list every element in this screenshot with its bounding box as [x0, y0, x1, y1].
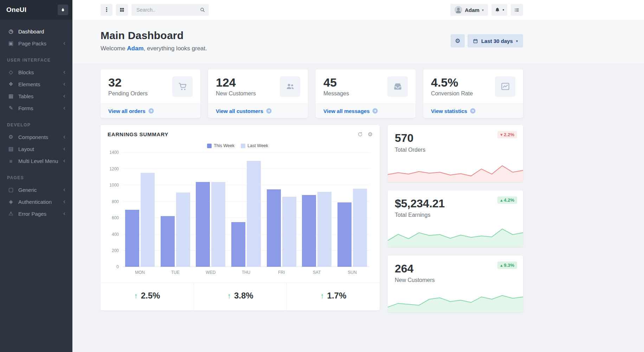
- bar-this-week-mon: [125, 210, 139, 267]
- legend-label: This Week: [214, 143, 234, 148]
- chart-settings-button[interactable]: ⚙: [368, 131, 373, 138]
- stat-link-label: View all orders: [108, 108, 146, 114]
- legend-swatch: [241, 144, 245, 148]
- side-cards-column: ▾ 2.2%570Total Orders▴ 4.2%$5,234.21Tota…: [388, 125, 523, 312]
- growth-value: 2.5%: [141, 291, 160, 301]
- sidebar-item-generic[interactable]: ▢Generic‹: [0, 184, 72, 196]
- sidebar-item-forms[interactable]: ✎Forms‹: [0, 102, 72, 114]
- bar-group-tue: [161, 152, 190, 267]
- bar-group-sat: [302, 152, 331, 267]
- stat-card-new-customers: 124New CustomersView all customers: [208, 69, 308, 118]
- stat-cards-row: 32Pending OrdersView all orders124New Cu…: [101, 69, 523, 118]
- bar-group-wed: [196, 152, 225, 267]
- y-axis-label: 1200: [109, 166, 119, 171]
- stat-link-view-all-customers[interactable]: View all customers: [208, 103, 308, 118]
- chevron-left-icon: ‹: [63, 133, 65, 140]
- bar-last-week-mon: [141, 173, 155, 267]
- stat-card-conversion-rate: 4.5%Conversion RateView statistics: [423, 69, 523, 118]
- chevron-down-icon: ▾: [516, 39, 518, 43]
- sidebar-item-authentication[interactable]: ◈Authentication‹: [0, 196, 72, 208]
- main-area: ⋮: [72, 0, 644, 352]
- stat-link-view-statistics[interactable]: View statistics: [423, 103, 523, 118]
- page-title: Main Dashboard: [101, 30, 207, 42]
- sidebar-item-page-packs[interactable]: ▣Page Packs‹: [0, 37, 72, 49]
- search-input[interactable]: [136, 7, 198, 13]
- stat-value: 45: [323, 76, 349, 89]
- stat-link-view-all-orders[interactable]: View all orders: [101, 103, 200, 118]
- bar-last-week-wed: [211, 182, 225, 267]
- stat-text: 45Messages: [323, 76, 349, 97]
- sidebar-item-label: Dashboard: [18, 29, 65, 34]
- sidebar-item-tables[interactable]: ▦Tables‹: [0, 90, 72, 102]
- bar-last-week-thu: [247, 161, 261, 267]
- theme-toggle-button[interactable]: [58, 5, 68, 15]
- bar-last-week-sun: [353, 189, 367, 267]
- droplet-icon: [60, 7, 65, 12]
- arrow-up-icon: ↑: [134, 292, 138, 300]
- stat-card-messages: 45MessagesView all messages: [316, 69, 416, 118]
- apps-button[interactable]: [116, 4, 128, 16]
- side-card-label: Total Orders: [388, 147, 523, 153]
- tables-icon: ▦: [7, 93, 15, 99]
- options-button[interactable]: ⋮: [101, 4, 112, 16]
- dashboard-settings-button[interactable]: ⚙: [451, 34, 465, 48]
- user-name: Adam: [465, 7, 479, 13]
- bar-group-fri: [267, 152, 296, 267]
- x-axis-label: THU: [231, 270, 261, 275]
- legend-swatch: [207, 144, 212, 148]
- chevron-left-icon: ‹: [63, 145, 65, 152]
- trend-badge: ▾ 2.2%: [497, 131, 517, 138]
- dashboard-icon: ◷: [7, 28, 15, 34]
- chevron-left-icon: ‹: [63, 157, 65, 164]
- legend-item-this-week: This Week: [207, 143, 234, 148]
- stat-value: 4.5%: [431, 76, 473, 89]
- stat-link-label: View statistics: [431, 108, 467, 114]
- stat-link-view-all-messages[interactable]: View all messages: [316, 103, 416, 118]
- apps-icon: [119, 7, 125, 13]
- y-axis-label: 400: [112, 232, 119, 237]
- chevron-left-icon: ‹: [63, 93, 65, 99]
- chevron-left-icon: ‹: [63, 40, 65, 46]
- refresh-icon: [358, 132, 363, 137]
- stat-text: 32Pending Orders: [108, 76, 148, 97]
- earnings-summary-card: EARNINGS SUMMARY ⚙: [101, 125, 380, 310]
- sidebar-item-layout[interactable]: ▤Layout‹: [0, 143, 72, 155]
- bar-this-week-fri: [267, 189, 281, 267]
- sparkline-total-earnings: [388, 224, 523, 247]
- sidebar-item-blocks[interactable]: ◇Blocks‹: [0, 66, 72, 78]
- sidebar-item-label: Elements: [18, 81, 63, 87]
- top-header: ⋮: [72, 0, 644, 20]
- stat-value: 124: [216, 76, 256, 89]
- sidebar-item-error-pages[interactable]: ⚠Error Pages‹: [0, 208, 72, 220]
- notifications-button[interactable]: [491, 4, 507, 16]
- forms-icon: ✎: [7, 105, 15, 111]
- sidebar-header: OneUI: [0, 0, 72, 20]
- bar-this-week-thu: [231, 222, 245, 267]
- content: 32Pending OrdersView all orders124New Cu…: [72, 64, 644, 312]
- chevron-left-icon: ‹: [63, 210, 65, 216]
- stat-link-label: View all customers: [216, 108, 263, 114]
- date-range-button[interactable]: Last 30 days ▾: [468, 34, 523, 48]
- chart-legend: This WeekLast Week: [106, 143, 369, 148]
- sidebar-item-label: Page Packs: [18, 40, 63, 46]
- sidebar-item-components[interactable]: ⚙Components‹: [0, 131, 72, 143]
- sidebar-item-dashboard[interactable]: ◷Dashboard: [0, 25, 72, 37]
- stat-label: Conversion Rate: [431, 90, 473, 97]
- sidebar-item-elements[interactable]: ❖Elements‹: [0, 78, 72, 90]
- refresh-button[interactable]: [358, 132, 363, 137]
- sidebar-item-multi-level-menu[interactable]: ≡Multi Level Menu‹: [0, 155, 72, 167]
- earnings-plot: 0200400600800100012001400: [123, 152, 369, 267]
- trend-badge: ▴ 4.2%: [497, 196, 517, 204]
- search-button[interactable]: [198, 6, 207, 14]
- welcome-text: Welcome Adam, everything looks great.: [101, 45, 207, 52]
- welcome-prefix: Welcome: [101, 45, 127, 52]
- stat-value: 32: [108, 76, 148, 89]
- y-axis-label: 800: [112, 199, 119, 204]
- sidebar-toggle-button[interactable]: [511, 4, 523, 16]
- user-menu-button[interactable]: Adam ▾: [450, 4, 488, 16]
- arrow-up-icon: ↑: [320, 292, 324, 300]
- welcome-user-link[interactable]: Adam: [127, 45, 143, 52]
- growth-value: 3.8%: [234, 291, 253, 301]
- stat-card-body: 32Pending Orders: [101, 69, 200, 103]
- side-card-label: Total Earnings: [388, 212, 523, 218]
